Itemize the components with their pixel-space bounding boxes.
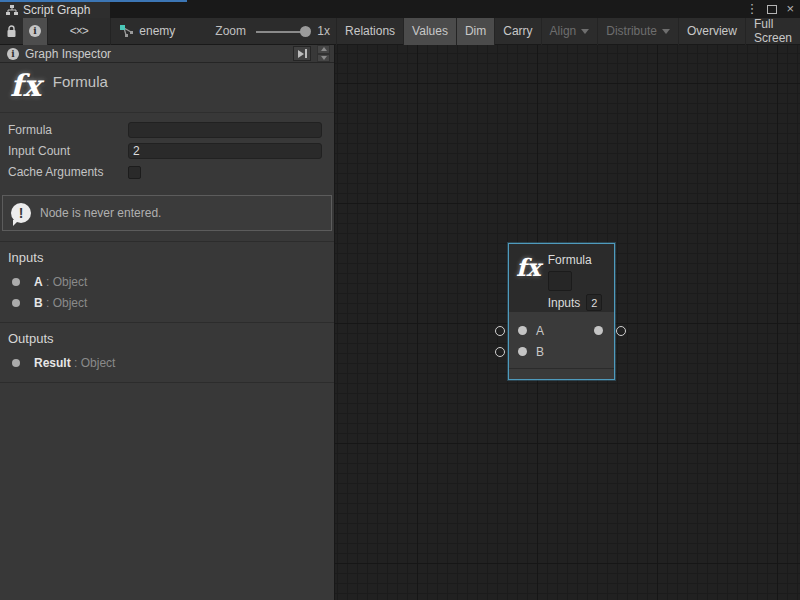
values-button[interactable]: Values: [403, 18, 456, 45]
unity-script-graph-window: Script Graph ⋮ × i <×>: [0, 0, 800, 600]
titlebar: Script Graph ⋮ ×: [0, 0, 800, 18]
overview-label: Overview: [687, 24, 737, 38]
output-port-row-result: Result : Object: [0, 352, 334, 373]
port-type: Object: [81, 356, 116, 370]
output-port-result[interactable]: [594, 326, 603, 335]
full-screen-label: Full Screen: [754, 17, 792, 45]
inspector-node-title: Formula: [53, 73, 108, 90]
code-icon: <×>: [70, 24, 88, 38]
dock-arrow-icon: [298, 50, 304, 58]
zoom-slider-handle[interactable]: [300, 26, 311, 37]
external-port-handle-a[interactable]: [495, 326, 505, 336]
dim-label: Dim: [465, 24, 486, 38]
graph-toolbar: i <×> enemy Zoom 1x Relations: [0, 18, 800, 45]
warning-bubble-icon: !: [11, 203, 31, 223]
graph-inspector-panel: i Graph Inspector fx Formula Formula: [0, 45, 335, 600]
external-port-handle-result[interactable]: [616, 326, 626, 336]
input-port-b[interactable]: [518, 347, 527, 356]
graph-inspector-title: Graph Inspector: [25, 47, 287, 61]
maximize-icon[interactable]: [767, 5, 777, 14]
outputs-section: Outputs Result : Object: [0, 322, 334, 383]
graph-asset-name: enemy: [139, 24, 175, 38]
chevron-down-icon: [662, 29, 670, 34]
toolbar-button-group: Relations Values Dim Carry Align Distrib…: [336, 18, 800, 45]
input-port-row-a: A : Object: [0, 271, 334, 292]
node-inputs-label: Inputs: [548, 296, 581, 310]
port-separator: :: [71, 356, 81, 370]
input-count-input[interactable]: [128, 143, 322, 159]
outputs-section-header: Outputs: [0, 329, 334, 352]
graph-hierarchy-icon: [6, 5, 18, 16]
formula-node[interactable]: fx Formula Inputs 2 A: [508, 243, 615, 380]
graph-canvas[interactable]: fx Formula Inputs 2 A: [335, 45, 800, 600]
inputs-section-header: Inputs: [0, 248, 334, 271]
formula-node-header[interactable]: fx Formula Inputs 2: [509, 244, 614, 312]
zoom-slider[interactable]: [256, 18, 311, 45]
info-icon: i: [29, 25, 41, 37]
port-dot-icon: [12, 359, 20, 367]
formula-node-title: Formula: [548, 253, 603, 267]
scroll-up-button[interactable]: [317, 45, 330, 54]
formula-input[interactable]: [128, 122, 322, 138]
carry-label: Carry: [503, 24, 532, 38]
node-inputs-count-row: Inputs 2: [548, 294, 603, 311]
node-fields: Formula Input Count Cache Arguments: [0, 113, 334, 187]
node-summary: fx Formula: [0, 63, 334, 113]
relations-button[interactable]: Relations: [336, 18, 403, 45]
full-screen-button[interactable]: Full Screen: [745, 18, 800, 45]
cache-arguments-checkbox[interactable]: [128, 166, 141, 179]
relations-label: Relations: [345, 24, 395, 38]
tab-label: Script Graph: [23, 3, 90, 17]
panel-scroll-spinner: [317, 45, 330, 62]
port-type: Object: [53, 275, 88, 289]
chevron-down-icon: [581, 29, 589, 34]
main-split: i Graph Inspector fx Formula Formula: [0, 45, 800, 600]
overview-button[interactable]: Overview: [678, 18, 745, 45]
window-controls: ⋮ ×: [745, 0, 794, 18]
close-icon[interactable]: ×: [786, 0, 794, 18]
cache-arguments-field-row: Cache Arguments: [0, 162, 334, 182]
port-name: A: [34, 275, 43, 289]
dim-button[interactable]: Dim: [456, 18, 494, 45]
graph-inspector-header: i Graph Inspector: [0, 45, 334, 63]
external-port-handle-b[interactable]: [495, 347, 505, 357]
kebab-menu-icon[interactable]: ⋮: [745, 0, 758, 18]
port-dot-icon: [12, 299, 20, 307]
formula-node-footer: [509, 368, 614, 379]
zoom-value: 1x: [317, 24, 330, 38]
node-input-count-input[interactable]: 2: [586, 294, 602, 311]
node-port-row-b: B: [509, 341, 614, 362]
warning-box: ! Node is never entered.: [2, 195, 332, 231]
node-port-label-a: A: [536, 324, 544, 338]
inspector-toggle-button[interactable]: i: [23, 18, 47, 45]
align-dropdown[interactable]: Align: [541, 18, 598, 45]
port-separator: :: [43, 275, 53, 289]
edit-script-button[interactable]: <×>: [48, 18, 110, 45]
input-port-a[interactable]: [518, 326, 527, 335]
port-separator: :: [43, 296, 53, 310]
input-port-row-b: B : Object: [0, 292, 334, 313]
port-name: B: [34, 296, 43, 310]
cache-arguments-field-label: Cache Arguments: [8, 165, 128, 179]
input-count-field-label: Input Count: [8, 144, 128, 158]
formula-fx-icon: fx: [516, 256, 541, 280]
carry-button[interactable]: Carry: [494, 18, 540, 45]
node-formula-input[interactable]: [548, 271, 572, 291]
port-type: Object: [53, 296, 88, 310]
formula-fx-icon: fx: [10, 71, 41, 101]
dock-panel-button[interactable]: [293, 46, 311, 61]
scroll-down-button[interactable]: [317, 54, 330, 63]
node-port-label-b: B: [536, 345, 544, 359]
chevron-up-icon: [321, 47, 327, 51]
align-label: Align: [550, 24, 577, 38]
zoom-label: Zoom: [215, 24, 246, 38]
tab-script-graph[interactable]: Script Graph: [0, 2, 110, 18]
formula-field-label: Formula: [8, 123, 128, 137]
info-icon: i: [7, 48, 19, 60]
distribute-dropdown[interactable]: Distribute: [597, 18, 678, 45]
graph-asset-breadcrumb[interactable]: enemy: [110, 24, 187, 38]
zoom-slider-track: [256, 31, 305, 33]
lock-button[interactable]: [0, 18, 23, 45]
formula-node-head-fields: Formula Inputs 2: [548, 253, 603, 311]
values-label: Values: [412, 24, 448, 38]
